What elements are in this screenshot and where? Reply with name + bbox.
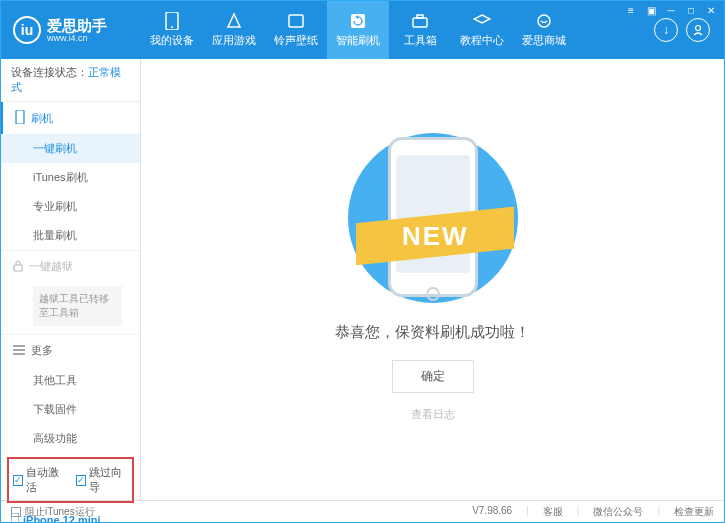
download-icon[interactable]: ↓ <box>654 18 678 42</box>
checkbox-icon <box>11 507 21 517</box>
nav-label: 工具箱 <box>404 33 437 48</box>
skin-icon[interactable]: ▣ <box>642 3 660 17</box>
checkbox-icon: ✓ <box>76 475 86 486</box>
app-name: 爱思助手 <box>47 18 107 33</box>
logo-area: iu 爱思助手 www.i4.cn <box>1 16 141 44</box>
sidebar-title: 刷机 <box>31 111 53 126</box>
lock-icon <box>13 260 23 274</box>
connection-status: 设备连接状态：正常模式 <box>1 59 140 102</box>
nav-tutorials[interactable]: 教程中心 <box>451 1 513 59</box>
confirm-button[interactable]: 确定 <box>392 360 474 393</box>
menu-icon[interactable]: ≡ <box>622 3 640 17</box>
checkbox-auto-activate[interactable]: ✓自动激活 <box>13 465 66 495</box>
sidebar-item-oneclick[interactable]: 一键刷机 <box>1 134 140 163</box>
checkbox-icon: ✓ <box>13 475 23 486</box>
footer-update[interactable]: 检查更新 <box>674 505 714 519</box>
nav-label: 教程中心 <box>460 33 504 48</box>
nav-toolbox[interactable]: 工具箱 <box>389 1 451 59</box>
nav-store[interactable]: 爱思商城 <box>513 1 575 59</box>
refresh-icon <box>348 12 368 30</box>
main-content: NEW 恭喜您，保资料刷机成功啦！ 确定 查看日志 <box>141 59 724 500</box>
svg-rect-4 <box>413 18 427 27</box>
user-icon[interactable] <box>686 18 710 42</box>
checkbox-skip-guide[interactable]: ✓跳过向导 <box>76 465 129 495</box>
sidebar-jailbreak-head[interactable]: 一键越狱 <box>1 251 140 282</box>
svg-rect-9 <box>14 265 22 271</box>
sidebar-item-pro[interactable]: 专业刷机 <box>1 192 140 221</box>
nav-label: 爱思商城 <box>522 33 566 48</box>
sidebar: 设备连接状态：正常模式 刷机 一键刷机 iTunes刷机 专业刷机 批量刷机 一… <box>1 59 141 500</box>
view-log-link[interactable]: 查看日志 <box>411 407 455 422</box>
nav-apps[interactable]: 应用游戏 <box>203 1 265 59</box>
nav-my-devices[interactable]: 我的设备 <box>141 1 203 59</box>
sidebar-more-head[interactable]: 更多 <box>1 335 140 366</box>
svg-point-6 <box>538 15 550 27</box>
tutorial-icon <box>472 12 492 30</box>
list-icon <box>13 345 25 357</box>
nav-label: 我的设备 <box>150 33 194 48</box>
svg-rect-5 <box>417 15 423 18</box>
nav-label: 铃声壁纸 <box>274 33 318 48</box>
header-actions: ↓ <box>654 18 724 42</box>
nav-label: 应用游戏 <box>212 33 256 48</box>
nav-ringtones[interactable]: 铃声壁纸 <box>265 1 327 59</box>
minimize-icon[interactable]: ─ <box>662 3 680 17</box>
success-message: 恭喜您，保资料刷机成功啦！ <box>335 323 530 342</box>
phone-small-icon <box>15 110 25 126</box>
logo-icon: iu <box>13 16 41 44</box>
close-icon[interactable]: ✕ <box>702 3 720 17</box>
jailbreak-note: 越狱工具已转移至工具箱 <box>33 286 122 326</box>
version-label: V7.98.66 <box>472 505 512 519</box>
app-header: iu 爱思助手 www.i4.cn 我的设备 应用游戏 铃声壁纸 智能刷机 工具… <box>1 1 724 59</box>
sidebar-item-other[interactable]: 其他工具 <box>1 366 140 395</box>
media-icon <box>286 12 306 30</box>
app-url: www.i4.cn <box>47 33 107 43</box>
footer-wechat[interactable]: 微信公众号 <box>593 505 643 519</box>
main-nav: 我的设备 应用游戏 铃声壁纸 智能刷机 工具箱 教程中心 爱思商城 <box>141 1 654 59</box>
sidebar-item-itunes[interactable]: iTunes刷机 <box>1 163 140 192</box>
svg-point-1 <box>171 26 173 28</box>
nav-label: 智能刷机 <box>336 33 380 48</box>
window-controls: ≡ ▣ ─ □ ✕ <box>622 3 720 17</box>
new-ribbon: NEW <box>356 207 514 266</box>
options-highlight-box: ✓自动激活 ✓跳过向导 <box>7 457 134 503</box>
sidebar-title: 更多 <box>31 343 53 358</box>
svg-rect-8 <box>16 110 24 124</box>
toolbox-icon <box>410 12 430 30</box>
maximize-icon[interactable]: □ <box>682 3 700 17</box>
phone-illustration: NEW <box>368 137 498 307</box>
sidebar-title: 一键越狱 <box>29 259 73 274</box>
svg-rect-2 <box>289 15 303 27</box>
sidebar-item-advanced[interactable]: 高级功能 <box>1 424 140 453</box>
apps-icon <box>224 12 244 30</box>
block-itunes-checkbox[interactable]: 阻止iTunes运行 <box>11 505 95 519</box>
nav-flash[interactable]: 智能刷机 <box>327 1 389 59</box>
phone-icon <box>162 12 182 30</box>
footer-support[interactable]: 客服 <box>543 505 563 519</box>
svg-point-7 <box>696 26 701 31</box>
sidebar-item-batch[interactable]: 批量刷机 <box>1 221 140 250</box>
store-icon <box>534 12 554 30</box>
sidebar-flash-head[interactable]: 刷机 <box>1 102 140 134</box>
sidebar-item-firmware[interactable]: 下载固件 <box>1 395 140 424</box>
